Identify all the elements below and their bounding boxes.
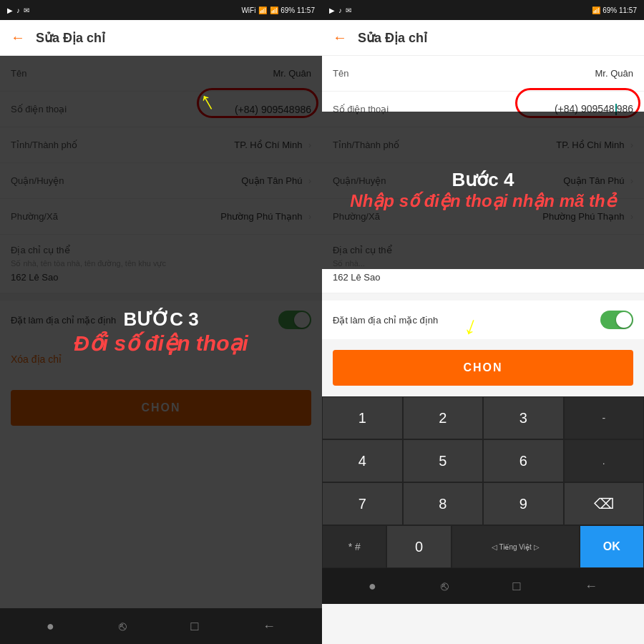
chon-container-right: ↓ CHON [322,339,644,396]
step-label-left: BƯỚC 3 [74,308,248,331]
name-label-right: Tên [333,68,419,79]
battery-level-right: 📶 69% 11:57 [592,6,637,14]
status-bar-right: ▶ ♪ ✉ 📶 69% 11:57 [322,0,644,20]
status-right-info-right: 📶 69% 11:57 [592,6,637,14]
nav-back-right[interactable]: ← [585,579,597,594]
overlay-left: BƯỚC 3 Đổi số điện thoại [0,56,322,608]
numpad-row-4: * # 0 ◁ Tiếng Việt ▷ OK [322,525,644,568]
mail-icon-right: ✉ [346,6,351,14]
bottom-nav-left: ● ⎋ □ ← [0,608,322,644]
back-button-left[interactable]: ← [11,29,25,46]
divider-right [322,293,644,301]
wifi-icon: WiFi [241,6,255,14]
numpad-row-1: 1 2 3 - [322,396,644,439]
key-2[interactable]: 2 [403,396,484,439]
signal-icon: 📶 [258,6,267,14]
numpad-row-2: 4 5 6 . [322,439,644,482]
page-title-right: Sửa Địa chỉ [358,30,427,46]
key-8[interactable]: 8 [403,482,484,525]
mail-icon: ✉ [24,6,29,14]
left-panel: ▶ ♪ ✉ WiFi 📶 📶 69% 11:57 ← Sửa Địa chỉ T… [0,0,322,644]
toggle-knob-right [616,312,632,328]
numpad-row-3: 7 8 9 ⌫ [322,482,644,525]
key-9[interactable]: 9 [483,482,564,525]
nav-recent-left[interactable]: ⎋ [119,619,127,634]
toggle-label-right: Đặt làm địa chỉ mặc định [333,315,438,326]
key-1[interactable]: 1 [322,396,403,439]
nav-home-left[interactable]: ● [47,619,54,634]
toggle-row-right[interactable]: Đặt làm địa chỉ mặc định [322,301,644,339]
name-row-right: Tên Mr. Quân [322,56,644,92]
right-panel: ▶ ♪ ✉ 📶 69% 11:57 ← Sửa Địa chỉ Tên Mr. … [322,0,644,644]
page-title-left: Sửa Địa chỉ [36,30,105,46]
key-star-hash[interactable]: * # [322,525,386,568]
bottom-nav-right: ● ⎋ □ ← [322,568,644,604]
chon-button-right[interactable]: CHON [333,350,633,386]
app-header-left: ← Sửa Địa chỉ [0,20,322,56]
form-left: Tên Mr. Quân Số điện thoại (+84) 9095489… [0,56,322,608]
key-0[interactable]: 0 [386,525,451,568]
music-icon: ♪ [16,6,20,14]
step-label-right: Bước 4 [350,169,615,191]
music-icon-right: ♪ [338,6,342,14]
play-icon-right: ▶ [329,6,335,14]
key-dot[interactable]: . [564,439,645,482]
overlay-right: Bước 4 Nhập số điện thoại nhận mã thẻ [322,112,644,269]
status-right-info: WiFi 📶 📶 69% 11:57 [241,6,315,14]
address-value-right: 162 Lê Sao [333,272,381,283]
status-left-icons: ▶ ♪ ✉ [7,6,29,14]
nav-square-right[interactable]: □ [512,579,520,594]
nav-recent-right[interactable]: ⎋ [441,579,449,594]
key-backspace[interactable]: ⌫ [564,482,645,525]
status-bar-left: ▶ ♪ ✉ WiFi 📶 📶 69% 11:57 [0,0,322,20]
play-icon: ▶ [7,6,13,14]
key-6[interactable]: 6 [483,439,564,482]
status-left-icons-right: ▶ ♪ ✉ [329,6,351,14]
annotation-left: BƯỚC 3 Đổi số điện thoại [74,308,248,356]
annotation-text-right: Nhập số điện thoại nhận mã thẻ [350,191,615,212]
nav-home-right[interactable]: ● [369,579,376,594]
key-4[interactable]: 4 [322,439,403,482]
key-lang[interactable]: ◁ Tiếng Việt ▷ [452,525,580,568]
annotation-right: Bước 4 Nhập số điện thoại nhận mã thẻ [350,169,615,212]
key-dash[interactable]: - [564,396,645,439]
toggle-switch-right[interactable] [600,311,633,329]
key-ok[interactable]: OK [580,525,644,568]
key-3[interactable]: 3 [483,396,564,439]
annotation-text-left: Đổi số điện thoại [74,331,248,356]
nav-back-left[interactable]: ← [263,619,275,634]
form-right-top: Tên Mr. Quân Số điện thoại (+84) 9095489… [322,56,644,293]
numpad: 1 2 3 - 4 5 6 . 7 8 9 ⌫ * # 0 ◁ Tiếng Vi… [322,396,644,568]
name-value-right: Mr. Quân [419,68,633,79]
key-7[interactable]: 7 [322,482,403,525]
nav-square-left[interactable]: □ [190,619,198,634]
back-button-right[interactable]: ← [333,29,347,46]
app-header-right: ← Sửa Địa chỉ [322,20,644,56]
key-5[interactable]: 5 [403,439,484,482]
battery-level: 📶 69% 11:57 [270,6,315,14]
